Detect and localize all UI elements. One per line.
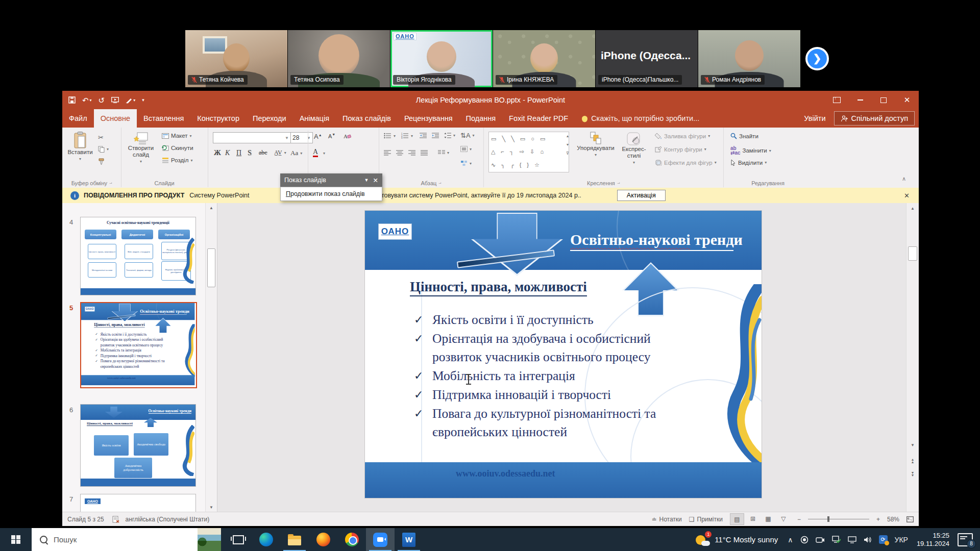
slide-counter[interactable]: Слайд 5 з 25 bbox=[67, 516, 104, 523]
scrollbar-thumb[interactable] bbox=[908, 246, 917, 261]
scroll-up-icon[interactable]: ▲ bbox=[206, 206, 217, 210]
slide-canvas[interactable]: ОАНО Освітньо-наукові тренди Цінності, п… bbox=[365, 211, 762, 498]
quick-styles-button[interactable]: Експрес-стилі ▾ bbox=[617, 132, 651, 166]
video-tile-active-speaker[interactable]: ОАНО Вікторія Ягоднікова bbox=[390, 30, 493, 87]
select-button[interactable]: Виділити▾ bbox=[730, 159, 767, 166]
layout-button[interactable]: Макет▾ bbox=[162, 133, 192, 139]
taskbar-chrome[interactable] bbox=[337, 528, 366, 551]
redo-icon[interactable]: ↺ bbox=[99, 96, 105, 104]
zoom-slider-thumb[interactable] bbox=[827, 516, 829, 522]
action-center-button[interactable]: 8 bbox=[958, 533, 973, 546]
decrease-font-button[interactable]: A▼ bbox=[328, 133, 335, 139]
tab-insert[interactable]: Вставлення bbox=[137, 109, 190, 128]
next-participants-button[interactable]: ❯ bbox=[805, 47, 829, 70]
resume-slideshow-menu-item[interactable]: Продовжити показ слайдів bbox=[280, 187, 382, 201]
tray-record-icon[interactable] bbox=[797, 528, 812, 551]
tray-sync-icon[interactable]: ⟳ bbox=[875, 528, 891, 551]
sign-in-button[interactable]: Увійти bbox=[796, 109, 834, 128]
collapse-ribbon-button[interactable]: ∧ bbox=[902, 176, 906, 182]
tab-design[interactable]: Конструктор bbox=[190, 109, 246, 128]
replace-button[interactable]: ab⇄acЗамінити▾ bbox=[730, 146, 771, 155]
align-right-button[interactable] bbox=[408, 150, 415, 156]
tray-volume-icon[interactable] bbox=[860, 528, 875, 551]
video-tile-iphone[interactable]: iPhone (Одесса... iPhone (Одесса)Пальшко… bbox=[596, 30, 698, 87]
decrease-indent-button[interactable] bbox=[420, 133, 427, 138]
dialog-launcher-icon[interactable]: ⌐ bbox=[617, 181, 620, 186]
change-case-button[interactable]: Aa▾ bbox=[290, 149, 302, 157]
task-view-button[interactable] bbox=[225, 528, 252, 551]
reading-view-button[interactable]: ▦ bbox=[762, 513, 775, 524]
bing-daily-image[interactable] bbox=[198, 528, 221, 551]
zoom-out-button[interactable]: − bbox=[797, 516, 801, 523]
tab-transitions[interactable]: Переходи bbox=[246, 109, 293, 128]
comments-button[interactable]: ❑Примітки bbox=[689, 516, 723, 523]
dialog-launcher-icon[interactable]: ⌐ bbox=[438, 181, 441, 186]
dialog-launcher-icon[interactable]: ⌐ bbox=[109, 181, 112, 186]
next-slide-button[interactable]: ▼▼ bbox=[906, 471, 919, 477]
clear-formatting-button[interactable]: A bbox=[344, 133, 351, 139]
shape-effects-button[interactable]: Ефекти для фігур▾ bbox=[655, 159, 717, 166]
cut-button[interactable]: ✂ bbox=[98, 134, 104, 141]
tell-me-box[interactable]: Скажіть, що потрібно зробити... bbox=[575, 109, 706, 128]
tray-camera-icon[interactable] bbox=[812, 528, 828, 551]
taskbar-edge[interactable] bbox=[252, 528, 280, 551]
align-center-button[interactable] bbox=[396, 150, 403, 156]
text-direction-button[interactable]: ⇅A▾ bbox=[460, 132, 475, 139]
taskbar-zoom[interactable] bbox=[366, 528, 395, 551]
scrollbar-thumb[interactable] bbox=[207, 248, 215, 287]
columns-button[interactable]: ▾ bbox=[438, 150, 449, 156]
bold-button[interactable]: Ж bbox=[214, 149, 221, 157]
fit-slide-button[interactable] bbox=[906, 516, 914, 522]
undo-icon[interactable]: ↶▾ bbox=[82, 96, 92, 104]
thumbnail-slide-6[interactable]: Освітньо-наукові тренди Цінності, права,… bbox=[80, 404, 196, 487]
slideshow-view-button[interactable]: ▽ bbox=[777, 513, 790, 524]
tab-animations[interactable]: Анімація bbox=[293, 109, 336, 128]
increase-indent-button[interactable] bbox=[432, 133, 439, 138]
taskbar-file-explorer[interactable] bbox=[280, 528, 309, 551]
paste-button[interactable]: Вставити ▾ bbox=[65, 132, 95, 162]
share-button[interactable]: Спільний доступ bbox=[834, 111, 915, 126]
reset-button[interactable]: Скинути bbox=[162, 145, 193, 151]
convert-smartart-button[interactable]: ▾ bbox=[460, 160, 472, 166]
font-size-combobox[interactable]: 28▼ bbox=[290, 132, 313, 143]
thumbnail-slide-4[interactable]: Сучасні освітньо-наукові тренденції Конц… bbox=[80, 217, 196, 295]
close-button[interactable]: ✕ bbox=[895, 91, 919, 109]
zoom-percentage[interactable]: 58% bbox=[887, 516, 899, 523]
font-color-button[interactable]: A bbox=[313, 148, 318, 157]
shape-outline-button[interactable]: Контур фігури▾ bbox=[655, 146, 706, 153]
new-slide-button[interactable]: Створити слайд ▾ bbox=[125, 132, 157, 165]
italic-button[interactable]: К bbox=[225, 149, 230, 157]
shapes-gallery-scrollbar[interactable]: ▴▾⊽ bbox=[566, 134, 569, 156]
customize-qat-icon[interactable]: ▾ bbox=[142, 96, 144, 104]
increase-font-button[interactable]: A▲ bbox=[314, 133, 322, 140]
taskbar-word[interactable]: W bbox=[395, 528, 423, 551]
ink-pen-icon[interactable]: ▾ bbox=[126, 96, 135, 104]
video-tile[interactable]: Тетяна Койчева bbox=[185, 30, 287, 87]
underline-button[interactable]: П bbox=[236, 149, 241, 157]
editor-scrollbar[interactable]: ▲ ▼ ▲▲ ▼▼ bbox=[906, 203, 919, 512]
font-name-combobox[interactable]: ▼ bbox=[213, 132, 291, 143]
scroll-up-icon[interactable]: ▲ bbox=[906, 206, 919, 211]
text-shadow-button[interactable]: S bbox=[248, 149, 252, 157]
section-button[interactable]: Розділ▾ bbox=[162, 157, 192, 163]
tray-pc-status-icon[interactable] bbox=[828, 528, 844, 551]
previous-slide-button[interactable]: ▲▲ bbox=[906, 458, 919, 463]
slide-sorter-view-button[interactable]: ⊞ bbox=[746, 513, 760, 524]
tab-review[interactable]: Рецензування bbox=[398, 109, 459, 128]
shapes-gallery[interactable]: ▭ ╲ ╲ ▭ ○ ▭ △ ⌐ ┐ ⇨ ⇩ ⌂ ∿ ╮ ╭ { } ☆ bbox=[488, 132, 569, 172]
shape-fill-button[interactable]: Заливка фігури▾ bbox=[655, 133, 710, 139]
video-tile[interactable]: Ірина КНЯЖЕВА bbox=[493, 30, 595, 87]
format-painter-button[interactable] bbox=[98, 158, 105, 165]
ribbon-display-options-button[interactable] bbox=[825, 91, 848, 109]
tab-file[interactable]: Файл bbox=[62, 109, 94, 128]
taskbar-search-box[interactable]: Пошук bbox=[32, 528, 221, 551]
show-hidden-icons-button[interactable]: ∧ bbox=[784, 528, 796, 551]
thumbnail-slide-5-selected[interactable]: ОАНО Освітньо-наукові тренди Цінності, п… bbox=[80, 302, 197, 388]
scroll-down-icon[interactable]: ▼ bbox=[906, 443, 919, 447]
tab-slideshow[interactable]: Показ слайдів bbox=[336, 109, 398, 128]
align-text-button[interactable]: ▾ bbox=[460, 146, 472, 152]
spellcheck-indicator[interactable] bbox=[112, 516, 119, 523]
language-indicator[interactable]: УКР bbox=[891, 528, 912, 551]
justify-button[interactable] bbox=[421, 150, 428, 156]
chevron-down-icon[interactable]: ▼ bbox=[364, 178, 369, 183]
